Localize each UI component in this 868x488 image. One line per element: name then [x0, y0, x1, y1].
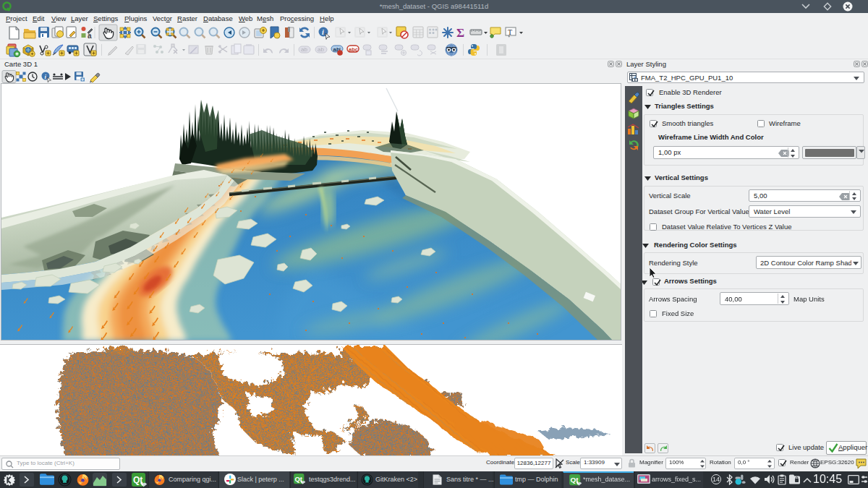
svg-text:i: i: [322, 28, 324, 36]
svg-text:T: T: [508, 28, 512, 36]
svg-text:ab: ab: [318, 46, 324, 53]
svg-text:a: a: [88, 32, 92, 40]
svg-text:abc: abc: [349, 46, 358, 53]
svg-text:ab: ab: [301, 46, 307, 53]
svg-text:Σ: Σ: [456, 26, 464, 40]
